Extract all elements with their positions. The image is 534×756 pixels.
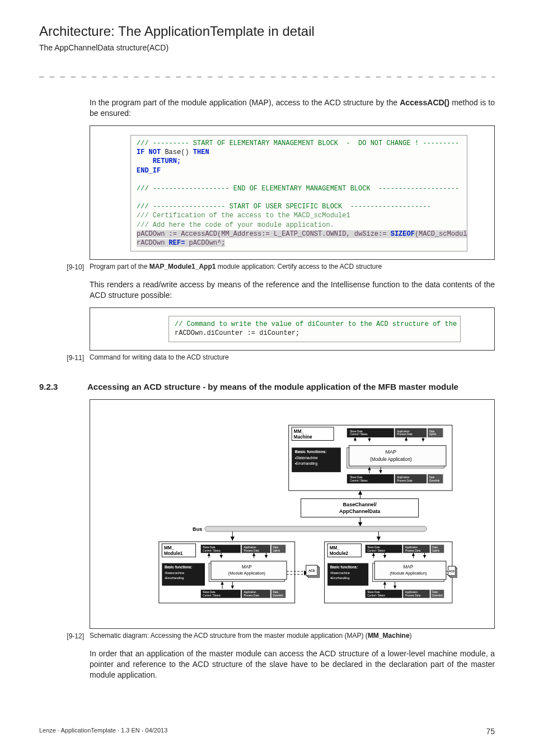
section-title: Accessing an ACD structure - by means of… xyxy=(87,381,458,393)
page-title: Architecture: The ApplicationTemplate in… xyxy=(39,22,495,40)
svg-text:•Errorhandling: •Errorhandling xyxy=(330,576,350,580)
code1-l5a: rACDOwn xyxy=(137,239,169,247)
svg-rect-50 xyxy=(205,526,427,531)
svg-text:Control / Status: Control / Status xyxy=(367,549,385,552)
fig-9-11-label: [9-11] xyxy=(60,353,84,362)
code-block-2: // Command to write the value of diCount… xyxy=(168,316,461,342)
code1-kw-then: THEN xyxy=(193,148,209,156)
svg-text:Slave Data: Slave Data xyxy=(350,476,363,479)
fig1-cap-a: Program part of the xyxy=(90,263,149,270)
intro-paragraph: In the program part of the module applic… xyxy=(90,97,495,119)
fig3-cap-b: ) xyxy=(410,632,412,640)
svg-text:MM_: MM_ xyxy=(330,545,340,550)
svg-text:Process Data: Process Data xyxy=(405,549,421,552)
svg-text:Basic functions:: Basic functions: xyxy=(330,565,358,569)
fig-9-10-caption: Program part of the MAP_Module1_App1 mod… xyxy=(90,262,382,271)
code1-comment1: /// --------- START OF ELEMENTARY MANAGE… xyxy=(137,139,459,147)
code-block-1: /// --------- START OF ELEMENTARY MANAGE… xyxy=(130,135,467,251)
figure-9-10-box: /// --------- START OF ELEMENTARY MANAGE… xyxy=(90,125,495,260)
svg-text:Control / Status: Control / Status xyxy=(203,549,221,552)
svg-text:•Statemachine: •Statemachine xyxy=(330,571,350,575)
section-number: 9.2.3 xyxy=(39,381,72,393)
svg-text:Application: Application xyxy=(243,546,256,549)
svg-text:Slave Data: Slave Data xyxy=(367,591,380,594)
svg-text:Process Data: Process Data xyxy=(405,594,421,597)
fig1-cap-bold: MAP_Module1_App1 xyxy=(149,263,216,270)
svg-text:Data: Data xyxy=(273,591,278,594)
svg-text:Application: Application xyxy=(243,591,256,594)
footer-page-number: 75 xyxy=(486,726,495,737)
svg-text:Process Data: Process Data xyxy=(243,549,259,552)
code1-endif: END_IF xyxy=(137,167,161,175)
fig-9-12-caption: Schematic diagram: Accessing the ACD str… xyxy=(90,631,412,640)
svg-text:Data: Data xyxy=(429,430,435,433)
fig-9-12-label: [9-12] xyxy=(60,631,84,641)
code1-comment3: /// ------------------ START OF USER SPE… xyxy=(137,203,431,211)
code1-l4c: (MACD_scModule1)); xyxy=(415,230,467,238)
svg-text:Basic functions:: Basic functions: xyxy=(295,449,327,454)
svg-text:Machine: Machine xyxy=(294,435,312,440)
code1-return: RETURN; xyxy=(137,157,181,165)
svg-text:Uplink: Uplink xyxy=(429,433,437,436)
intro-text-a: In the program part of the module applic… xyxy=(90,98,400,107)
svg-text:Application: Application xyxy=(397,476,410,479)
code2-line: rACDOwn.diCounter := diCounter; xyxy=(175,329,299,337)
code1-comment2: /// ------------------- END OF ELEMENTAR… xyxy=(137,185,459,193)
svg-text:Bus: Bus xyxy=(193,526,202,532)
svg-text:Control / Status: Control / Status xyxy=(203,594,221,597)
svg-text:•Errorhandling: •Errorhandling xyxy=(165,576,184,580)
svg-text:Data: Data xyxy=(432,591,438,594)
intro-method-name: AccessACD() xyxy=(400,98,449,107)
fig-9-10-label: [9-10] xyxy=(60,262,84,272)
svg-text:(Module Application): (Module Application) xyxy=(228,571,265,576)
svg-text:Data: Data xyxy=(432,546,438,549)
svg-text:•Statemachine: •Statemachine xyxy=(295,456,318,460)
svg-text:Control / Status: Control / Status xyxy=(367,594,385,597)
svg-text:Module2: Module2 xyxy=(330,551,349,556)
svg-text:Downlink: Downlink xyxy=(273,594,283,597)
svg-text:Slave Data: Slave Data xyxy=(203,591,216,594)
code1-l5c: pACDOwn^; xyxy=(185,239,225,247)
svg-text:AppChannelData: AppChannelData xyxy=(339,508,381,514)
para-render-access: This renders a read/write access by mean… xyxy=(90,279,495,301)
svg-text:Process Data: Process Data xyxy=(397,433,413,436)
svg-text:ACD: ACD xyxy=(308,569,315,572)
code1-kw-if-not: IF NOT xyxy=(137,148,161,156)
figure-9-12-box: MM_ Machine Slave Data Control / Status … xyxy=(90,399,495,629)
svg-text:MAP: MAP xyxy=(403,564,413,570)
svg-text:MM_: MM_ xyxy=(294,429,305,434)
svg-text:Basic functions:: Basic functions: xyxy=(165,565,193,569)
svg-text:Control / Status: Control / Status xyxy=(350,433,368,436)
fig3-cap-a: Schematic diagram: Accessing the ACD str… xyxy=(90,632,368,640)
svg-rect-27 xyxy=(349,446,446,466)
svg-text:MAP: MAP xyxy=(385,449,396,455)
svg-text:MAP: MAP xyxy=(242,564,252,570)
svg-text:ACD: ACD xyxy=(449,570,455,573)
svg-text:Slave Data: Slave Data xyxy=(203,546,216,549)
divider: _ _ _ _ _ _ _ _ _ _ _ _ _ _ _ _ _ _ _ _ … xyxy=(39,69,495,80)
fig-9-11-caption: Command for writing data to the ACD stru… xyxy=(90,353,229,362)
svg-text:Application: Application xyxy=(397,430,410,433)
svg-text:Control / Status: Control / Status xyxy=(350,479,368,482)
svg-text:Data: Data xyxy=(273,546,278,549)
page-subtitle: The AppChannelData structure(ACD) xyxy=(39,43,495,53)
code1-base-call: Base() xyxy=(161,148,193,156)
code2-comment: // Command to write the value of diCount… xyxy=(175,320,461,328)
svg-text:•Statemachine: •Statemachine xyxy=(165,571,184,575)
svg-text:Slave Data: Slave Data xyxy=(350,430,363,433)
svg-text:Data: Data xyxy=(429,476,435,479)
svg-text:(Module Application): (Module Application) xyxy=(370,457,412,462)
fig1-cap-b: module application: Certify access to th… xyxy=(216,263,382,270)
svg-text:Uplink: Uplink xyxy=(273,549,280,552)
code1-comment4: /// Certification of the access to the M… xyxy=(137,212,350,220)
svg-text:MM_: MM_ xyxy=(164,545,175,550)
svg-text:Process Data: Process Data xyxy=(243,594,259,597)
svg-text:Downlink: Downlink xyxy=(429,479,440,482)
para-master-access: In order that an application of the mast… xyxy=(90,648,495,680)
svg-text:Slave Data: Slave Data xyxy=(367,546,380,549)
footer-left: Lenze · ApplicationTemplate · 1.3 EN - 0… xyxy=(39,726,167,737)
svg-text:Application: Application xyxy=(405,546,418,549)
code1-ref: REF= xyxy=(169,239,185,247)
fig3-cap-bold: MM_Machine xyxy=(368,632,410,640)
svg-text:Module1: Module1 xyxy=(164,551,183,556)
